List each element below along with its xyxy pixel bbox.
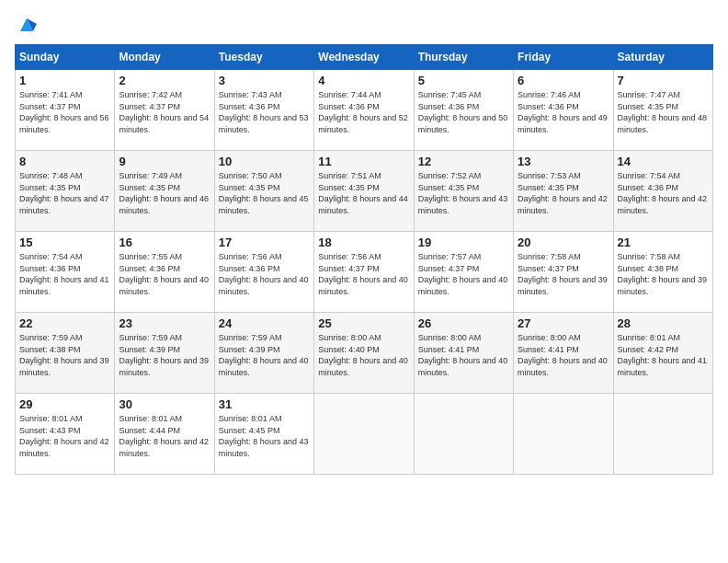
calendar-day-cell: 6Sunrise: 7:46 AMSunset: 4:36 PMDaylight…: [514, 70, 613, 151]
day-number: 28: [618, 316, 709, 330]
day-detail: Sunrise: 7:56 AMSunset: 4:37 PMDaylight:…: [318, 251, 409, 297]
calendar-day-cell: 19Sunrise: 7:57 AMSunset: 4:37 PMDayligh…: [414, 232, 513, 313]
day-detail: Sunrise: 7:57 AMSunset: 4:37 PMDaylight:…: [418, 251, 509, 297]
weekday-header-cell: Wednesday: [314, 45, 414, 70]
day-number: 27: [518, 316, 609, 330]
day-number: 9: [119, 155, 210, 168]
calendar-day-cell: 27Sunrise: 8:00 AMSunset: 4:41 PMDayligh…: [514, 313, 613, 394]
day-number: 22: [19, 316, 110, 330]
day-number: 8: [19, 155, 110, 168]
day-detail: Sunrise: 7:52 AMSunset: 4:35 PMDaylight:…: [418, 170, 509, 216]
calendar-day-cell: 17Sunrise: 7:56 AMSunset: 4:36 PMDayligh…: [214, 232, 313, 313]
day-number: 31: [219, 397, 310, 411]
day-detail: Sunrise: 8:01 AMSunset: 4:45 PMDaylight:…: [219, 413, 310, 459]
day-detail: Sunrise: 7:54 AMSunset: 4:36 PMDaylight:…: [19, 251, 110, 297]
calendar-day-cell: 13Sunrise: 7:53 AMSunset: 4:35 PMDayligh…: [514, 151, 613, 232]
day-number: 23: [119, 316, 210, 330]
calendar-day-cell: 18Sunrise: 7:56 AMSunset: 4:37 PMDayligh…: [314, 232, 414, 313]
calendar-day-cell: 24Sunrise: 7:59 AMSunset: 4:39 PMDayligh…: [214, 313, 313, 394]
day-detail: Sunrise: 8:00 AMSunset: 4:40 PMDaylight:…: [318, 332, 409, 378]
day-number: 5: [418, 74, 509, 87]
calendar-day-cell: 31Sunrise: 8:01 AMSunset: 4:45 PMDayligh…: [214, 394, 313, 475]
day-detail: Sunrise: 8:00 AMSunset: 4:41 PMDaylight:…: [418, 332, 509, 378]
day-number: 14: [618, 155, 709, 168]
calendar-week-row: 15Sunrise: 7:54 AMSunset: 4:36 PMDayligh…: [16, 232, 713, 313]
logo-icon: [17, 15, 37, 35]
calendar-day-cell: 22Sunrise: 7:59 AMSunset: 4:38 PMDayligh…: [16, 313, 115, 394]
day-number: 29: [19, 397, 110, 411]
weekday-header-cell: Tuesday: [214, 45, 313, 70]
calendar-day-cell: 28Sunrise: 8:01 AMSunset: 4:42 PMDayligh…: [613, 313, 712, 394]
day-number: 1: [19, 74, 110, 87]
day-number: 26: [418, 316, 509, 330]
day-detail: Sunrise: 7:49 AMSunset: 4:35 PMDaylight:…: [119, 170, 210, 216]
calendar-day-cell: 11Sunrise: 7:51 AMSunset: 4:35 PMDayligh…: [314, 151, 414, 232]
weekday-header-cell: Thursday: [414, 45, 513, 70]
calendar-day-cell: [514, 394, 613, 475]
calendar-day-cell: 14Sunrise: 7:54 AMSunset: 4:36 PMDayligh…: [613, 151, 712, 232]
day-detail: Sunrise: 7:46 AMSunset: 4:36 PMDaylight:…: [518, 89, 609, 135]
day-number: 13: [518, 155, 609, 168]
calendar-table: SundayMondayTuesdayWednesdayThursdayFrid…: [15, 44, 713, 475]
calendar-day-cell: 4Sunrise: 7:44 AMSunset: 4:36 PMDaylight…: [314, 70, 414, 151]
page-container: SundayMondayTuesdayWednesdayThursdayFrid…: [0, 0, 728, 482]
day-number: 7: [618, 74, 709, 87]
calendar-day-cell: 16Sunrise: 7:55 AMSunset: 4:36 PMDayligh…: [115, 232, 214, 313]
calendar-day-cell: 2Sunrise: 7:42 AMSunset: 4:37 PMDaylight…: [115, 70, 214, 151]
day-number: 3: [219, 74, 310, 87]
day-detail: Sunrise: 7:44 AMSunset: 4:36 PMDaylight:…: [318, 89, 409, 135]
day-detail: Sunrise: 7:47 AMSunset: 4:35 PMDaylight:…: [618, 89, 709, 135]
day-detail: Sunrise: 7:45 AMSunset: 4:36 PMDaylight:…: [418, 89, 509, 135]
calendar-week-row: 29Sunrise: 8:01 AMSunset: 4:43 PMDayligh…: [16, 394, 713, 475]
day-detail: Sunrise: 8:01 AMSunset: 4:42 PMDaylight:…: [618, 332, 709, 378]
day-detail: Sunrise: 8:01 AMSunset: 4:44 PMDaylight:…: [119, 413, 210, 459]
day-number: 12: [418, 155, 509, 168]
day-detail: Sunrise: 7:54 AMSunset: 4:36 PMDaylight:…: [618, 170, 709, 216]
calendar-day-cell: 15Sunrise: 7:54 AMSunset: 4:36 PMDayligh…: [16, 232, 115, 313]
day-detail: Sunrise: 8:01 AMSunset: 4:43 PMDaylight:…: [19, 413, 110, 459]
day-number: 10: [219, 155, 310, 168]
day-number: 20: [518, 236, 609, 249]
day-detail: Sunrise: 7:58 AMSunset: 4:37 PMDaylight:…: [518, 251, 609, 297]
calendar-day-cell: 25Sunrise: 8:00 AMSunset: 4:40 PMDayligh…: [314, 313, 414, 394]
day-detail: Sunrise: 7:59 AMSunset: 4:39 PMDaylight:…: [219, 332, 310, 378]
calendar-week-row: 8Sunrise: 7:48 AMSunset: 4:35 PMDaylight…: [16, 151, 713, 232]
day-detail: Sunrise: 7:55 AMSunset: 4:36 PMDaylight:…: [119, 251, 210, 297]
day-number: 19: [418, 236, 509, 249]
calendar-day-cell: 1Sunrise: 7:41 AMSunset: 4:37 PMDaylight…: [16, 70, 115, 151]
day-detail: Sunrise: 7:42 AMSunset: 4:37 PMDaylight:…: [119, 89, 210, 135]
day-detail: Sunrise: 7:58 AMSunset: 4:38 PMDaylight:…: [618, 251, 709, 297]
weekday-header-cell: Monday: [115, 45, 214, 70]
calendar-day-cell: 7Sunrise: 7:47 AMSunset: 4:35 PMDaylight…: [613, 70, 712, 151]
day-number: 4: [318, 74, 409, 87]
page-header: [15, 15, 713, 35]
calendar-week-row: 22Sunrise: 7:59 AMSunset: 4:38 PMDayligh…: [16, 313, 713, 394]
weekday-header-cell: Saturday: [613, 45, 712, 70]
weekday-header-row: SundayMondayTuesdayWednesdayThursdayFrid…: [16, 45, 713, 70]
day-number: 6: [518, 74, 609, 87]
calendar-day-cell: 5Sunrise: 7:45 AMSunset: 4:36 PMDaylight…: [414, 70, 513, 151]
day-number: 11: [318, 155, 409, 168]
day-detail: Sunrise: 7:41 AMSunset: 4:37 PMDaylight:…: [19, 89, 110, 135]
day-number: 17: [219, 236, 310, 249]
calendar-day-cell: [613, 394, 712, 475]
calendar-day-cell: 3Sunrise: 7:43 AMSunset: 4:36 PMDaylight…: [214, 70, 313, 151]
calendar-day-cell: 30Sunrise: 8:01 AMSunset: 4:44 PMDayligh…: [115, 394, 214, 475]
weekday-header-cell: Friday: [514, 45, 613, 70]
calendar-day-cell: 8Sunrise: 7:48 AMSunset: 4:35 PMDaylight…: [16, 151, 115, 232]
day-number: 15: [19, 236, 110, 249]
day-detail: Sunrise: 7:59 AMSunset: 4:39 PMDaylight:…: [119, 332, 210, 378]
day-detail: Sunrise: 8:00 AMSunset: 4:41 PMDaylight:…: [518, 332, 609, 378]
calendar-week-row: 1Sunrise: 7:41 AMSunset: 4:37 PMDaylight…: [16, 70, 713, 151]
calendar-day-cell: 29Sunrise: 8:01 AMSunset: 4:43 PMDayligh…: [16, 394, 115, 475]
day-number: 18: [318, 236, 409, 249]
day-detail: Sunrise: 7:50 AMSunset: 4:35 PMDaylight:…: [219, 170, 310, 216]
logo: [15, 15, 37, 35]
day-number: 24: [219, 316, 310, 330]
calendar-day-cell: 9Sunrise: 7:49 AMSunset: 4:35 PMDaylight…: [115, 151, 214, 232]
day-detail: Sunrise: 7:48 AMSunset: 4:35 PMDaylight:…: [19, 170, 110, 216]
calendar-day-cell: [314, 394, 414, 475]
calendar-body: 1Sunrise: 7:41 AMSunset: 4:37 PMDaylight…: [16, 70, 713, 475]
calendar-day-cell: 10Sunrise: 7:50 AMSunset: 4:35 PMDayligh…: [214, 151, 313, 232]
day-detail: Sunrise: 7:53 AMSunset: 4:35 PMDaylight:…: [518, 170, 609, 216]
